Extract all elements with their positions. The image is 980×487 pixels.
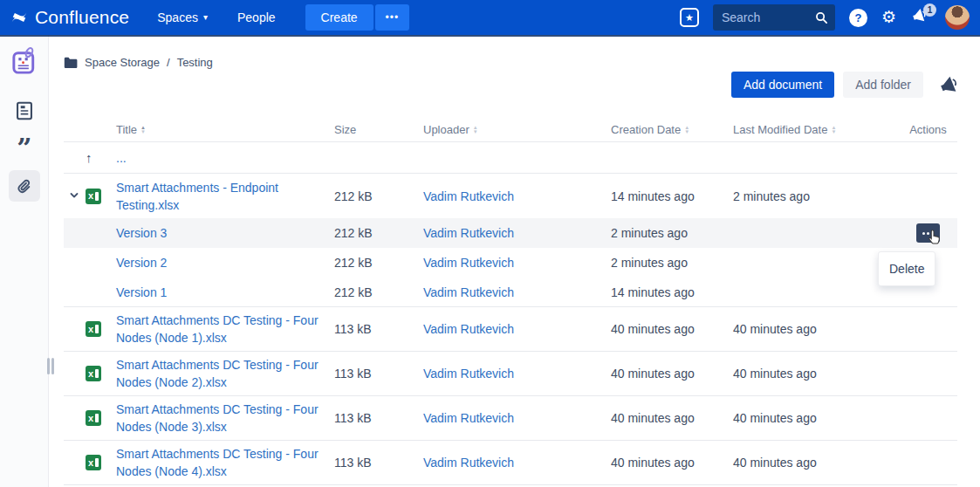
- uploader-link[interactable]: Vadim Rutkevich: [423, 226, 514, 240]
- version-link[interactable]: Version 2: [116, 256, 167, 270]
- search-icon[interactable]: [815, 11, 828, 24]
- size-cell: 212 kB: [334, 226, 423, 240]
- size-cell: 212 kB: [334, 256, 423, 270]
- page-icon[interactable]: [0, 101, 49, 120]
- top-navigation-bar: Confluence Spaces ▾ People Create ••• ★ …: [0, 0, 980, 35]
- selected-pill: [9, 170, 40, 202]
- search-input[interactable]: [722, 10, 815, 24]
- attachment-link[interactable]: Smart Attachments DC Testing - Four Node…: [116, 358, 319, 389]
- actions-dropdown-menu: Delete: [878, 251, 935, 286]
- size-cell: 113 kB: [334, 411, 423, 425]
- sort-icon: ▲▼: [473, 126, 478, 134]
- size-cell: 212 kB: [334, 285, 423, 299]
- sort-icon: ▲▼: [684, 126, 689, 134]
- creation-date-cell: 14 minutes ago: [611, 189, 733, 203]
- excel-file-icon: x: [86, 410, 101, 426]
- creation-date-cell: 40 minutes ago: [611, 367, 733, 381]
- up-arrow-icon[interactable]: ↑: [86, 150, 93, 165]
- attachment-row: xSmart Attachments - Endpoint Testing.xl…: [64, 174, 957, 218]
- table-header-row: Title▲▼SizeUploader▲▼Creation Date▲▼Last…: [64, 118, 957, 142]
- nav-more-button[interactable]: •••: [375, 4, 410, 31]
- parent-folder-link[interactable]: ...: [116, 151, 127, 165]
- nav-item-people[interactable]: People: [237, 10, 276, 24]
- size-cell: 113 kB: [334, 367, 423, 381]
- attachment-row: xSmart Attachments DC Testing - Four Nod…: [64, 307, 957, 352]
- breadcrumb-separator: /: [167, 56, 170, 69]
- sort-icon: ▲▼: [140, 126, 146, 134]
- modified-date-cell: 2 minutes ago: [733, 189, 899, 203]
- col-header-uploader[interactable]: Uploader▲▼: [423, 123, 611, 136]
- uploader-link[interactable]: Vadim Rutkevich: [423, 189, 514, 203]
- attachment-link[interactable]: Smart Attachments DC Testing - Four Node…: [116, 313, 319, 345]
- search-box[interactable]: [713, 4, 835, 31]
- add-document-button[interactable]: Add document: [731, 72, 834, 98]
- settings-gear-icon[interactable]: ⚙: [881, 9, 896, 26]
- excel-file-icon: x: [86, 455, 101, 470]
- folder-icon: [64, 57, 78, 69]
- col-header-creation-date[interactable]: Creation Date▲▼: [611, 123, 733, 136]
- col-header-actions: Actions: [899, 123, 957, 136]
- breadcrumb-testing[interactable]: Testing: [177, 56, 213, 69]
- size-cell: 113 kB: [334, 322, 423, 336]
- creation-date-cell: 2 minutes ago: [611, 256, 733, 270]
- attachment-row: xSmart Attachments DC Testing - Four Nod…: [64, 441, 957, 485]
- uploader-link[interactable]: Vadim Rutkevich: [423, 456, 514, 470]
- create-button[interactable]: Create: [305, 4, 373, 31]
- user-avatar[interactable]: [945, 5, 970, 30]
- size-cell: 113 kB: [334, 456, 423, 470]
- sidebar-resize-handle[interactable]: [47, 358, 54, 374]
- announcement-megaphone-icon[interactable]: [937, 73, 960, 96]
- notifications-megaphone-icon[interactable]: 1: [910, 7, 931, 28]
- smart-attachments-app-logo-icon[interactable]: [0, 47, 49, 77]
- creation-date-cell: 40 minutes ago: [611, 456, 733, 470]
- more-icon: •••: [386, 11, 400, 24]
- delete-menu-item[interactable]: Delete: [879, 252, 935, 285]
- app-sidebar: ”: [0, 35, 49, 487]
- attachment-link[interactable]: Smart Attachments - Endpoint Testing.xls…: [116, 181, 278, 212]
- help-icon[interactable]: ?: [849, 9, 867, 27]
- version-link[interactable]: Version 1: [116, 285, 167, 299]
- parent-folder-row: ↑...: [64, 142, 957, 174]
- excel-file-icon: x: [86, 366, 101, 381]
- col-header-title[interactable]: Title▲▼: [116, 121, 334, 139]
- row-actions-button[interactable]: [916, 223, 940, 243]
- modified-date-cell: 40 minutes ago: [733, 456, 899, 470]
- paperclip-icon: [16, 177, 33, 195]
- breadcrumb: Space Storage / Testing: [64, 56, 213, 69]
- uploader-link[interactable]: Vadim Rutkevich: [423, 285, 514, 299]
- version-row: Version 1212 kBVadim Rutkevich14 minutes…: [64, 278, 957, 307]
- creation-date-cell: 2 minutes ago: [611, 226, 733, 240]
- excel-file-icon: x: [86, 321, 101, 337]
- notification-badge: 1: [923, 3, 936, 17]
- sort-icon: ▲▼: [831, 126, 836, 134]
- brand-name: Confluence: [35, 7, 129, 28]
- attachment-link[interactable]: Smart Attachments DC Testing - Four Node…: [116, 447, 319, 478]
- quote-icon[interactable]: ”: [0, 138, 49, 159]
- saved-for-later-icon[interactable]: ★: [680, 8, 699, 27]
- creation-date-cell: 14 minutes ago: [611, 285, 733, 299]
- version-link[interactable]: Version 3: [116, 226, 167, 240]
- uploader-link[interactable]: Vadim Rutkevich: [423, 322, 514, 336]
- uploader-link[interactable]: Vadim Rutkevich: [423, 367, 514, 381]
- modified-date-cell: 40 minutes ago: [733, 411, 899, 425]
- creation-date-cell: 40 minutes ago: [611, 411, 733, 425]
- excel-file-icon: x: [86, 189, 101, 204]
- add-folder-button[interactable]: Add folder: [843, 72, 923, 98]
- modified-date-cell: 40 minutes ago: [733, 367, 899, 381]
- version-row: Version 3212 kBVadim Rutkevich2 minutes …: [64, 218, 957, 248]
- uploader-link[interactable]: Vadim Rutkevich: [423, 411, 514, 425]
- attachment-row: xSmart Attachments DC Testing - Four Nod…: [64, 352, 957, 396]
- col-header-last-modified-date[interactable]: Last Modified Date▲▼: [733, 123, 899, 136]
- chevron-down-icon[interactable]: [69, 190, 79, 201]
- confluence-brand[interactable]: Confluence: [10, 7, 129, 28]
- size-cell: 212 kB: [334, 189, 423, 203]
- main-content: Space Storage / Testing Add document Add…: [49, 35, 980, 487]
- attachment-link[interactable]: Smart Attachments DC Testing - Four Node…: [116, 402, 319, 434]
- toolbar: Add document Add folder: [731, 72, 960, 98]
- uploader-link[interactable]: Vadim Rutkevich: [423, 256, 514, 270]
- chevron-down-icon: ▾: [203, 13, 208, 22]
- creation-date-cell: 40 minutes ago: [611, 322, 733, 336]
- sidebar-item-attachments[interactable]: [0, 170, 49, 202]
- breadcrumb-space-storage[interactable]: Space Storage: [85, 56, 160, 69]
- nav-item-spaces[interactable]: Spaces ▾: [157, 10, 208, 24]
